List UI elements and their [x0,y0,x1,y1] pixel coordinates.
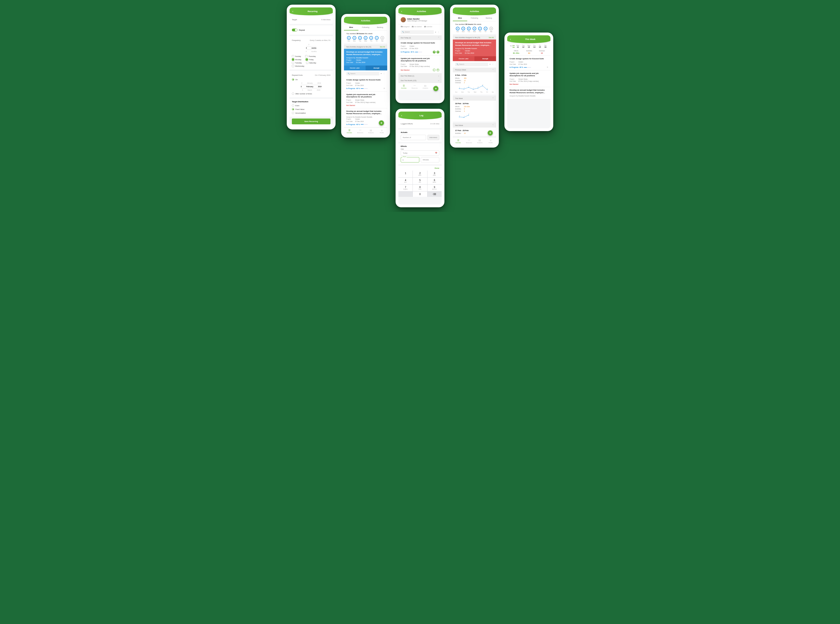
svg-point-16 [469,115,469,116]
avatar[interactable] [401,17,406,22]
collapse-due-week[interactable]: Due This Week (1)⌄ [398,73,442,78]
keypad-key[interactable]: 0 [413,192,427,197]
checkbox-monday[interactable]: ✓Monday [292,58,302,61]
tab-following[interactable]: Following [467,15,482,21]
activity-card[interactable]: Update job requirements and job descript… [344,91,387,108]
flag-icon[interactable]: ⚑ [547,66,548,68]
date-input[interactable]: Today📅 [401,150,439,156]
tab-backlog[interactable]: Backlog [373,25,387,31]
checkbox-sunday[interactable]: Sunday [292,55,301,57]
search-input[interactable]: 🔍 Search [346,72,379,76]
fab-add[interactable]: + [433,86,438,91]
svg-text:1: 1 [464,87,465,88]
frequency-picker[interactable]: 2 3weeks 4months [292,43,331,53]
nav-activities[interactable]: ☰Activities [344,128,355,135]
collapse-this-week[interactable]: This Week⌃ [453,96,496,100]
checkbox-thursday[interactable]: Thursday [305,55,316,57]
nav-measures[interactable]: 〰Measures [464,137,475,145]
play-icon[interactable]: ▸ [433,69,436,71]
activity-card[interactable]: Create design system for Exceed Suite Pr… [507,56,551,70]
see-all-link[interactable]: See All [380,46,385,48]
checkbox-tuesday[interactable]: Tuesday [292,62,302,64]
repeat-toggle[interactable] [292,29,297,31]
more-icon[interactable]: ⋮ [383,73,385,75]
activity-card[interactable]: Create design system for Exceed Suite Pr… [344,77,387,91]
radio-fixed[interactable]: Fixed Value [292,107,331,111]
keypad-key[interactable]: 5JKL [413,178,427,184]
decide-later-button[interactable]: Decide Later [344,66,365,70]
more-icon[interactable]: ⋮ [438,31,439,33]
more-icon[interactable]: ⋮ [492,63,494,65]
nav-analytics[interactable]: ⫿⫿Analytics [365,128,376,135]
collapse-due-today[interactable]: Due Today (2)⌃ [398,36,442,40]
nav-analytics[interactable]: ⫿⫿Analytics [475,137,485,145]
svg-point-6 [487,90,488,90]
svg-text:0: 0 [487,88,488,89]
rss-icon[interactable]: ⟳ [436,51,439,54]
done-button[interactable]: Done [398,166,442,171]
tab-backlog[interactable]: Backlog [482,15,496,21]
svg-point-3 [473,89,474,90]
minutes-input[interactable]: Minutes [421,157,439,162]
keypad-key[interactable]: 3DEF [427,171,442,177]
repeat-ends-value: On 2 February 2019 [315,74,331,76]
page-title: Activities [404,10,439,12]
back-icon[interactable]: ‹ [401,10,402,13]
filter-icon[interactable]: ▾ [490,63,490,65]
number-input[interactable]: Number of [401,135,426,140]
week-days[interactable]: Sun10Mon11Tue12Wed13Thu14Fri15Sat16 [507,43,551,49]
keypad-key[interactable]: 9WXYZ [427,185,442,191]
see-all-link[interactable]: See All [489,37,494,39]
checkbox-friday[interactable]: ✓Friday [306,58,314,61]
radio-even[interactable]: Even [292,103,331,107]
fab-add[interactable]: + [379,120,384,125]
flag-icon[interactable]: ⚑ [433,51,436,54]
keypad-key[interactable]: 2ABC [413,171,427,177]
back-icon[interactable]: ‹ [401,114,402,117]
collapse-prev-week[interactable]: Previous Week⌃ [453,68,496,72]
nav-profile[interactable]: ☺Profile [485,137,496,145]
keypad-key[interactable]: 6MNO [427,178,442,184]
radio-on[interactable]: On [292,78,331,81]
decide-later-button[interactable]: Decide Later [453,56,475,61]
tab-mine[interactable]: Mine [453,15,467,21]
nav-measures[interactable]: 〰Measures [409,83,420,90]
collapse-next-week[interactable]: Next Week⌃ [453,123,496,128]
radio-accumulative[interactable]: Accumulative [292,111,331,115]
keypad-key[interactable]: 1 [398,171,413,177]
nav-profile[interactable]: ☺Profile [376,128,387,135]
back-icon[interactable]: ‹ [292,10,293,13]
accept-button[interactable]: Accept [475,56,496,61]
tab-following[interactable]: Following [358,25,373,31]
filter-icon[interactable]: ▾ [435,31,436,33]
keypad-key[interactable]: 7PQRS [398,185,413,191]
filter-icon[interactable]: ▾ [381,73,382,75]
nav-activities[interactable]: ☰Activities [398,83,409,90]
nav-measures[interactable]: 〰Measures [355,128,366,135]
back-icon[interactable]: ‹ [510,38,511,41]
hours-input[interactable]: Hours | [401,157,419,162]
collapse-due-month[interactable]: Due This Month (123)⌄ [398,78,442,83]
activity-card[interactable]: Update job requirements and job descript… [507,70,551,87]
keypad-key[interactable]: ⌫ [427,192,442,197]
keypad-key[interactable]: 8TUV [413,185,427,191]
activity-card[interactable]: Develop an annual budget that includes H… [507,87,551,99]
rss-icon[interactable]: ⟳ [436,69,439,71]
nav-activities[interactable]: ☰Activities [453,137,464,145]
search-input[interactable]: 🔍 Search [455,63,488,66]
accept-button[interactable]: Accept [365,66,387,70]
radio-after-times[interactable]: After number of times [292,92,331,96]
search-input[interactable]: 🔍 Search [401,30,434,34]
checkbox-saturday[interactable]: Saturday [306,62,316,64]
activity-card[interactable]: Create design system for Exceed Suite Pr… [398,40,442,56]
end-date-picker[interactable]: 2January2018 3February2019 4March2020 [292,81,331,92]
save-button[interactable]: Save Recurring [292,119,331,124]
activity-card[interactable]: Update job requirements and job descript… [398,56,442,73]
keypad-key[interactable]: 4GHI [398,178,413,184]
tab-mine[interactable]: Mine [344,25,358,31]
svg-point-4 [478,88,478,88]
keypad-key[interactable] [398,192,413,197]
nav-analytics[interactable]: ⫿⫿Analytics [420,83,431,90]
checkbox-wednesday[interactable]: Wednesday [292,65,304,67]
flag-icon[interactable]: ⚑ [384,88,385,90]
